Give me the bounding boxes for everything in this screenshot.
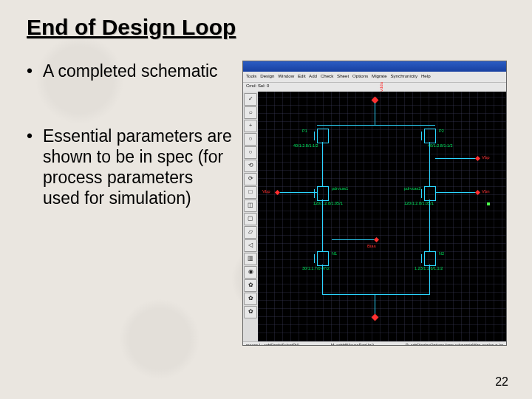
tool-button[interactable]: □ xyxy=(244,186,257,199)
content-row: A completed schematic Essential paramete… xyxy=(27,61,508,346)
tool-button[interactable]: ○ xyxy=(244,146,257,159)
bullet-list: A completed schematic Essential paramete… xyxy=(27,61,233,346)
pin-vdda-label: vdda xyxy=(379,82,383,92)
tool-button[interactable]: ✿ xyxy=(244,306,257,318)
tool-button[interactable]: ⟲ xyxy=(244,160,257,172)
pin-vbp-left-icon xyxy=(275,190,280,195)
schematic-canvas[interactable]: vdda P1 40/1:2.8/1:1/2 P2 40/1:2.8/1:1/2 xyxy=(258,92,506,341)
slide-title: End of Design Loop xyxy=(27,15,508,40)
device-n1 xyxy=(317,251,329,266)
tool-button[interactable]: ⟳ xyxy=(244,173,257,185)
pin-vbn-label: Vbn xyxy=(482,189,490,194)
tool-button[interactable]: ✿ xyxy=(244,279,257,292)
wire xyxy=(429,142,430,186)
device-n1-param: 30/1:1.7/0.47/2 xyxy=(302,266,330,270)
pin-bias-icon xyxy=(374,237,379,242)
tool-button[interactable]: ▱ xyxy=(244,226,257,239)
tool-button[interactable]: ✓ xyxy=(244,93,257,106)
page-number: 22 xyxy=(495,375,508,389)
tool-button[interactable]: + xyxy=(244,120,257,132)
menu-bar: Tools Design Window Edit Add Check Sheet… xyxy=(243,72,506,82)
tool-button[interactable]: ○ xyxy=(244,133,257,146)
wire xyxy=(322,265,323,294)
device-p2-name: P2 xyxy=(439,129,444,133)
device-p3-name: pdrvcas1 xyxy=(332,186,348,191)
wire xyxy=(435,158,476,159)
wire xyxy=(435,192,476,193)
menu-item[interactable]: Tools xyxy=(246,73,256,78)
pin-vbp-icon xyxy=(475,156,480,161)
window-titlebar xyxy=(243,61,506,72)
device-p4-name: pdrvcas2 xyxy=(404,186,420,191)
pin-vbp-label: Vbp xyxy=(482,155,490,160)
tool-button[interactable]: ⌕ xyxy=(244,106,257,119)
pin-bias-label: Bias xyxy=(367,244,376,248)
wire xyxy=(280,192,317,193)
device-n2 xyxy=(424,251,436,266)
menu-item[interactable]: Migrate xyxy=(372,73,387,78)
tool-button[interactable]: ✿ xyxy=(244,293,257,305)
wire xyxy=(332,239,376,240)
ground-icon xyxy=(372,314,379,321)
device-p1-name: P1 xyxy=(302,129,307,133)
device-p3-param: 120/1:2.8/1.05/1 xyxy=(313,201,343,205)
pin-vbn-icon xyxy=(475,190,480,195)
status-right: R: schDisplayOptions form->dynamicWire->… xyxy=(406,343,503,346)
tool-button[interactable]: ▥ xyxy=(244,253,257,265)
menu-item[interactable]: Options xyxy=(352,73,368,78)
menu-item[interactable]: Synchronicity xyxy=(390,73,417,78)
eda-window: Tools Design Window Edit Add Check Sheet… xyxy=(242,61,507,346)
wire xyxy=(429,265,430,294)
tool-button[interactable]: ◁ xyxy=(244,239,257,252)
info-bar: Cmd: Sel: 0 xyxy=(243,82,506,92)
wire xyxy=(429,200,430,251)
tool-button[interactable]: ◉ xyxy=(244,266,257,279)
bullet-item: Essential parameters are shown to be in … xyxy=(27,126,233,208)
window-body: ✓ ⌕ + ○ ○ ⟲ ⟳ □ ◫ ▢ ▱ ◁ ▥ ◉ ✿ ✿ ✿ xyxy=(243,92,506,341)
wire xyxy=(375,103,375,125)
device-p2-param: 40/1:2.8/1:1/2 xyxy=(428,143,453,148)
device-p4 xyxy=(424,186,436,201)
menu-item[interactable]: Window xyxy=(278,73,294,78)
wire xyxy=(322,294,430,295)
wire xyxy=(322,200,323,251)
device-p2 xyxy=(424,129,436,143)
menu-item[interactable]: Sheet xyxy=(337,73,349,78)
status-left: mouse L: schSingleSelectPt() xyxy=(246,343,299,346)
status-mid: M: schHiMousePopUp() xyxy=(331,343,374,346)
device-p1-param: 40/1:2.8/1:1/2 xyxy=(293,143,318,148)
menu-item[interactable]: Add xyxy=(309,73,317,78)
tool-button[interactable]: ▢ xyxy=(244,213,257,225)
menu-item[interactable]: Help xyxy=(421,73,431,78)
bullet-item: A completed schematic xyxy=(27,61,233,81)
marker-icon xyxy=(487,202,490,205)
menu-item[interactable]: Design xyxy=(260,73,274,78)
wire xyxy=(317,125,435,126)
wire xyxy=(322,142,323,186)
wire xyxy=(375,294,375,315)
pin-vbp-left-label: Vbp xyxy=(262,189,270,194)
toolbar: ✓ ⌕ + ○ ○ ⟲ ⟳ □ ◫ ▢ ▱ ◁ ▥ ◉ ✿ ✿ ✿ xyxy=(243,92,258,341)
device-n1-name: N1 xyxy=(332,251,337,256)
status-bar: mouse L: schSingleSelectPt() M: schHiMou… xyxy=(243,341,506,346)
device-p1 xyxy=(317,129,329,143)
device-n2-name: N2 xyxy=(439,251,444,256)
device-p3 xyxy=(317,186,329,201)
menu-item[interactable]: Check xyxy=(321,73,334,78)
menu-item[interactable]: Edit xyxy=(298,73,306,78)
slide: End of Design Loop A completed schematic… xyxy=(0,0,532,399)
tool-button[interactable]: ◫ xyxy=(244,200,257,212)
